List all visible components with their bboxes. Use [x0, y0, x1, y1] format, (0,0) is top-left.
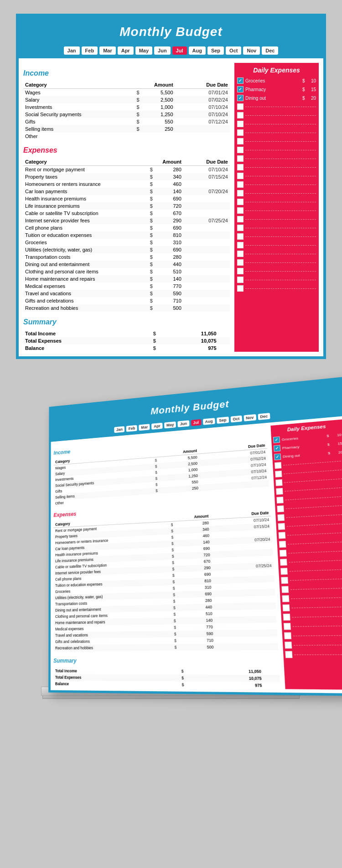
month-tab-apr[interactable]: Apr — [118, 46, 134, 55]
month-tab-apr[interactable]: Apr — [151, 423, 162, 430]
daily-empty-checkbox[interactable] — [237, 147, 244, 153]
daily-empty-checkbox[interactable] — [237, 103, 244, 110]
month-tab-may[interactable]: May — [135, 46, 152, 55]
daily-checkbox[interactable] — [237, 77, 244, 84]
month-tab-feb[interactable]: Feb — [82, 46, 98, 55]
daily-empty-checkbox[interactable] — [283, 614, 290, 621]
month-tab-jun[interactable]: Jun — [154, 46, 171, 55]
month-tab-may[interactable]: May — [164, 421, 176, 428]
daily-empty-row — [237, 138, 316, 144]
daily-empty-checkbox[interactable] — [281, 577, 288, 584]
expense-dollar: $ — [169, 540, 176, 547]
daily-empty-checkbox[interactable] — [276, 497, 283, 503]
month-tab-feb[interactable]: Feb — [126, 425, 137, 432]
month-tab-sep[interactable]: Sep — [217, 416, 229, 424]
expense-amount: 310 — [155, 239, 183, 246]
daily-empty-line — [287, 523, 342, 527]
daily-empty-checkbox[interactable] — [237, 164, 244, 170]
month-tab-aug[interactable]: Aug — [189, 46, 206, 55]
month-tab-dec[interactable]: Dec — [262, 46, 278, 55]
daily-empty-checkbox[interactable] — [237, 155, 244, 162]
month-tab-mar[interactable]: Mar — [139, 424, 150, 431]
daily-checkbox[interactable] — [274, 445, 280, 452]
card-header: Monthly Budget — [19, 16, 323, 44]
month-tab-mar[interactable]: Mar — [99, 46, 116, 55]
month-tab-nov[interactable]: Nov — [244, 414, 256, 421]
daily-empty-checkbox[interactable] — [237, 173, 244, 179]
daily-empty-row — [237, 225, 316, 231]
expense-duedate — [215, 623, 277, 631]
daily-empty-checkbox[interactable] — [237, 190, 244, 196]
daily-empty-checkbox[interactable] — [277, 505, 284, 512]
second-card-body: Income Category Amount Due Date Wages $ … — [51, 416, 342, 693]
income-row: Salary $ 2,500 07/02/24 — [23, 96, 230, 103]
daily-empty-checkbox[interactable] — [285, 651, 292, 658]
daily-empty-checkbox[interactable] — [237, 225, 244, 231]
month-tab-oct[interactable]: Oct — [226, 46, 241, 55]
daily-empty-checkbox[interactable] — [277, 514, 285, 521]
daily-empty-line — [245, 254, 316, 254]
expense-category: Homeowners or renters insurance — [23, 180, 148, 188]
month-tab-dec[interactable]: Dec — [258, 413, 270, 420]
expense-dollar: $ — [148, 239, 155, 246]
daily-checked-row: Pharmacy $ 15 — [237, 86, 316, 92]
month-tab-nov[interactable]: Nov — [243, 46, 260, 55]
daily-empty-checkbox[interactable] — [237, 121, 244, 127]
month-tab-jan[interactable]: Jan — [64, 46, 80, 55]
daily-empty-checkbox[interactable] — [275, 462, 281, 469]
daily-checkbox[interactable] — [274, 453, 281, 460]
daily-empty-checkbox[interactable] — [276, 488, 283, 495]
daily-empty-checkbox[interactable] — [237, 233, 244, 240]
daily-empty-checkbox[interactable] — [237, 199, 244, 205]
daily-empty-checkbox[interactable] — [278, 523, 285, 530]
daily-empty-checkbox[interactable] — [280, 568, 288, 575]
summary-section-title: Summary — [23, 318, 230, 326]
second-right-panel: Daily Expenses Groceries $ 10 Pharmacy $… — [270, 419, 342, 689]
daily-empty-checkbox[interactable] — [275, 471, 282, 478]
month-tab-jan[interactable]: Jan — [114, 426, 124, 433]
daily-checkbox[interactable] — [237, 86, 244, 92]
daily-empty-checkbox[interactable] — [237, 181, 244, 188]
daily-empty-checkbox[interactable] — [237, 138, 244, 144]
daily-empty-checkbox[interactable] — [285, 642, 292, 648]
month-tab-jul[interactable]: Jul — [172, 46, 187, 55]
daily-empty-checkbox[interactable] — [237, 207, 244, 214]
daily-empty-checkbox[interactable] — [237, 242, 244, 248]
summary-amount: 11,050 — [185, 668, 263, 675]
daily-checkbox[interactable] — [237, 95, 244, 101]
month-tab-sep[interactable]: Sep — [207, 46, 224, 55]
month-tab-jun[interactable]: Jun — [178, 420, 189, 427]
expense-row: Medical expenses $ 770 — [23, 282, 230, 290]
daily-empty-checkbox[interactable] — [237, 259, 244, 266]
expense-category: Utilities (electricity, water, gas) — [23, 246, 148, 253]
daily-empty-checkbox[interactable] — [279, 532, 286, 539]
month-tab-jul[interactable]: Jul — [191, 419, 201, 426]
daily-empty-checkbox[interactable] — [281, 586, 289, 593]
daily-empty-checkbox[interactable] — [237, 268, 244, 274]
income-duedate: 07/10/24 — [175, 111, 230, 118]
month-tab-aug[interactable]: Aug — [202, 418, 215, 425]
daily-empty-checkbox[interactable] — [237, 285, 244, 292]
expenses-col-amount: Amount — [148, 158, 183, 166]
daily-empty-checkbox[interactable] — [284, 632, 291, 639]
daily-empty-checkbox[interactable] — [275, 479, 282, 486]
daily-empty-row — [276, 493, 342, 503]
daily-empty-checkbox[interactable] — [237, 251, 244, 257]
income-section-title: Income — [23, 69, 230, 77]
daily-checkbox[interactable] — [273, 437, 280, 443]
daily-empty-checkbox[interactable] — [279, 541, 286, 548]
expense-dollar: $ — [171, 617, 177, 624]
daily-empty-checkbox[interactable] — [280, 550, 287, 557]
daily-empty-checkbox[interactable] — [237, 112, 244, 118]
daily-empty-checkbox[interactable] — [283, 604, 290, 611]
daily-empty-checkbox[interactable] — [280, 559, 287, 565]
daily-empty-checkbox[interactable] — [284, 623, 291, 630]
daily-empty-checkbox[interactable] — [282, 595, 289, 602]
expense-row: Travel and vacations $ 590 — [23, 290, 230, 297]
daily-empty-line — [292, 616, 342, 617]
expense-duedate — [183, 282, 230, 290]
daily-empty-checkbox[interactable] — [237, 216, 244, 222]
daily-empty-checkbox[interactable] — [237, 277, 244, 283]
daily-empty-checkbox[interactable] — [237, 129, 244, 136]
month-tab-oct[interactable]: Oct — [230, 416, 242, 423]
